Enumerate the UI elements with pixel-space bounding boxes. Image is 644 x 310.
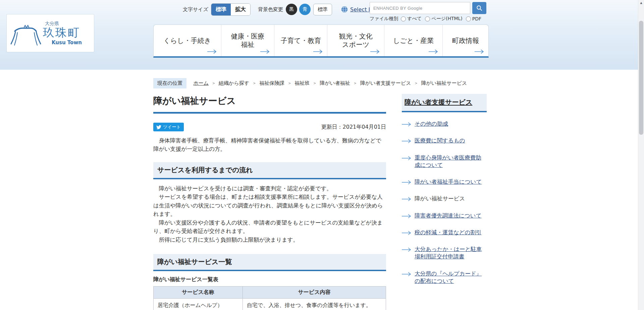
service-table: サービス名称 サービス内容 居宅介護（ホームヘルプ） 自宅で、入浴、排せつ、食事… (153, 286, 386, 310)
scrollbar-up-arrow-icon[interactable]: ▲ (638, 0, 644, 6)
arrow-right-icon (402, 122, 411, 127)
breadcrumb-item[interactable]: 組織から探す (219, 80, 249, 86)
cell-service-name: 居宅介護（ホームヘルプ） (154, 299, 243, 310)
font-size-standard-button[interactable]: 標準 (211, 4, 231, 15)
radio-file-pdf[interactable] (466, 16, 471, 21)
breadcrumb-separator: ＞ (287, 80, 291, 86)
bg-black-button[interactable]: 黒 (286, 4, 297, 15)
sidebar: 障がい者支援サービス その他の助成 医療費に関するもの 重度心身障がい者医療費助… (402, 94, 487, 294)
breadcrumb-separator: ＞ (313, 80, 317, 86)
col-service-name: サービス名称 (154, 287, 243, 299)
arrow-right-icon (429, 49, 438, 54)
sidebar-item-priority-procurement-law[interactable]: 障害者優先調達法について (402, 212, 487, 220)
logo-romaji: Kusu Town (52, 40, 82, 46)
breadcrumb-item[interactable]: 福祉班 (294, 80, 310, 86)
sidebar-item-welfare-allowance[interactable]: 障がい者福祉手当について (402, 178, 487, 186)
breadcrumb-item[interactable]: 障がい者福祉 (320, 80, 350, 86)
sidebar-item-other-subsidies[interactable]: その他の助成 (402, 120, 487, 128)
sidebar-item-label: 障がい福祉サービス (415, 195, 465, 202)
nav-item-kurashi[interactable]: くらし・手続き (154, 25, 221, 56)
breadcrumb-label: 現在の位置 (153, 78, 186, 88)
global-nav: くらし・手続き 健康・医療 福祉 子育て・教育 観光・文化 スポーツ しごと・産… (153, 24, 489, 58)
table-row: 居宅介護（ホームヘルプ） 自宅で、入浴、排せつ、食事の介護等を行います。 (154, 299, 386, 310)
bg-blue-button[interactable]: 青 (299, 4, 311, 15)
arrow-right-icon (402, 156, 411, 161)
sidebar-item-label: 大分あったか・はーと駐車場利用証交付申請書 (415, 246, 487, 261)
breadcrumb-separator: ＞ (252, 80, 256, 86)
file-pdf-label[interactable]: PDF (472, 16, 481, 21)
site-search: ファイル種別 すべて ページ(HTML) PDF (370, 2, 489, 22)
breadcrumb-home[interactable]: ホーム (193, 80, 209, 86)
tweet-button[interactable]: ツイート (153, 123, 184, 131)
table-caption: 障がい福祉サービス一覧表 (153, 276, 386, 283)
breadcrumb-separator: ＞ (414, 80, 418, 86)
search-button[interactable] (472, 2, 486, 14)
twitter-bird-icon (156, 125, 161, 130)
arrow-right-icon (313, 49, 323, 54)
nav-item-chosei-joho[interactable]: 町政情報 (442, 25, 488, 56)
vertical-scrollbar[interactable]: ▲ (638, 0, 644, 310)
intro-paragraph: 身体障害者手帳、療育手帳、精神障害者保健福祉手帳を取得している方、難病の方などで… (153, 137, 386, 153)
sidebar-item-help-card[interactable]: 大分県の『ヘルプカード』の配布について (402, 270, 487, 285)
arrow-right-icon (207, 49, 217, 54)
breadcrumb-current: 障がい福祉サービス (421, 80, 467, 86)
breadcrumb-item[interactable]: 福祉保険課 (259, 80, 284, 86)
logo-town-name: 玖珠町 (43, 26, 82, 39)
arrow-right-icon (402, 247, 411, 252)
font-size-large-button[interactable]: 拡大 (231, 4, 250, 15)
bg-color-label: 背景色変更 (258, 6, 283, 13)
file-html-label[interactable]: ページ(HTML) (431, 16, 463, 22)
sidebar-item-medical-costs[interactable]: 医療費に関するもの (402, 137, 487, 144)
nav-item-label: 健康・医療 福祉 (231, 32, 265, 49)
search-icon (476, 5, 482, 11)
sidebar-item-label: 障がい者福祉手当について (415, 178, 482, 186)
radio-file-html[interactable] (425, 16, 430, 21)
font-size-toggle: 標準 拡大 (211, 3, 251, 16)
nav-item-shigoto-sangyo[interactable]: しごと・産業 (384, 25, 442, 56)
search-input[interactable] (370, 2, 470, 14)
main-content: 障がい福祉サービス ツイート 更新日：2021年04月01日 身体障害者手帳、療… (153, 95, 386, 310)
arrow-right-icon (402, 180, 411, 185)
logo-prefecture: 大分県 (45, 21, 82, 26)
sidebar-item-tax-fare-discounts[interactable]: 税の軽減・運賃などの割引 (402, 229, 487, 236)
sidebar-link-list: その他の助成 医療費に関するもの 重度心身障がい者医療費助成について 障がい者福… (402, 120, 487, 285)
file-type-label: ファイル種別 (370, 16, 398, 22)
breadcrumb-separator: ＞ (353, 80, 357, 86)
sidebar-item-heart-parking-permit[interactable]: 大分あったか・はーと駐車場利用証交付申請書 (402, 246, 487, 261)
nav-item-label: くらし・手続き (163, 37, 211, 45)
nav-item-label: 町政情報 (452, 37, 479, 45)
nav-item-label: 子育て・教育 (281, 37, 321, 45)
arrow-right-icon (260, 49, 270, 54)
site-logo[interactable]: 大分県 玖珠町 Kusu Town (7, 14, 94, 52)
updated-date: 更新日：2021年04月01日 (321, 124, 386, 131)
globe-icon (341, 6, 348, 13)
nav-item-label: しごと・産業 (393, 37, 434, 45)
arrow-right-icon (402, 197, 411, 201)
nav-item-kenko-iryo-fukushi[interactable]: 健康・医療 福祉 (221, 25, 274, 56)
file-all-label[interactable]: すべて (407, 16, 422, 22)
sidebar-item-severe-disability-medical-aid[interactable]: 重度心身障がい者医療費助成について (402, 154, 487, 169)
sidebar-item-label: 税の軽減・運賃などの割引 (415, 229, 482, 236)
breadcrumb-separator: ＞ (212, 80, 216, 86)
nav-item-label: 観光・文化 スポーツ (339, 32, 373, 49)
kusu-mountain-logo-icon (10, 19, 42, 47)
arrow-right-icon (402, 139, 411, 143)
arrow-right-icon (475, 49, 484, 54)
nav-item-kanko-bunka-sports[interactable]: 観光・文化 スポーツ (327, 25, 384, 56)
breadcrumb-item[interactable]: 障がい者支援サービス (360, 80, 411, 86)
section-heading-flow: サービスを利用するまでの流れ (153, 162, 386, 179)
sidebar-item-label: 障害者優先調達法について (415, 212, 482, 220)
sidebar-title[interactable]: 障がい者支援サービス (402, 94, 487, 112)
sidebar-item-label: その他の助成 (415, 120, 448, 128)
radio-file-all[interactable] (401, 16, 406, 21)
flow-paragraph: 障がい福祉サービスを受けるには調査・審査判定・認定が必要です。 サービスを希望す… (153, 184, 386, 244)
arrow-right-icon (402, 214, 411, 219)
sidebar-title-link[interactable]: 障がい者支援サービス (405, 98, 472, 106)
breadcrumb: 現在の位置 ホーム ＞ 組織から探す ＞ 福祉保険課 ＞ 福祉班 ＞ 障がい者福… (153, 78, 509, 88)
bg-standard-button[interactable]: 標準 (313, 4, 332, 15)
nav-item-kosodate-kyoiku[interactable]: 子育て・教育 (274, 25, 327, 56)
sidebar-item-label: 重度心身障がい者医療費助成について (415, 154, 487, 169)
scrollbar-thumb[interactable] (639, 21, 643, 135)
font-size-label: 文字サイズ (183, 6, 208, 13)
sidebar-item-label: 医療費に関するもの (415, 137, 465, 144)
